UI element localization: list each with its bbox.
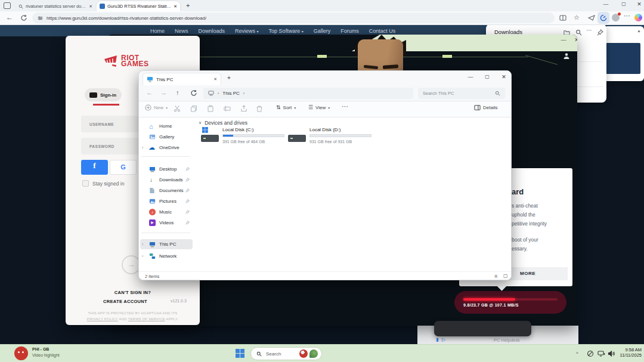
new-button[interactable]: New ▾ bbox=[145, 104, 168, 111]
drive-item-c[interactable]: Local Disk (C:) 391 GB free of 464 GB bbox=[201, 127, 286, 151]
search-icon[interactable] bbox=[495, 91, 500, 96]
collections-icon[interactable] bbox=[588, 14, 595, 21]
browser-refresh-icon[interactable] bbox=[20, 14, 27, 21]
thumbnail-view-toggle-icon[interactable]: ▢ bbox=[503, 273, 508, 279]
nav-forums[interactable]: Forums bbox=[340, 28, 359, 34]
search-downloads-icon[interactable] bbox=[575, 29, 582, 36]
signin-tab[interactable]: Sign-in bbox=[85, 88, 122, 101]
taskbar-clock[interactable]: 9:58 AM 11/11/2025 bbox=[615, 347, 642, 358]
sidebar-item-documents[interactable]: Documents bbox=[139, 185, 194, 196]
tab-close-icon[interactable]: ✕ bbox=[174, 4, 177, 9]
tray-chevron-up-icon[interactable]: ^ bbox=[576, 351, 578, 356]
sidebar-item-pictures[interactable]: Pictures bbox=[139, 196, 194, 206]
sort-button[interactable]: ⇅ Sort ▾ bbox=[276, 104, 296, 110]
sidebar-item-home[interactable]: ⌂ Home bbox=[139, 121, 194, 131]
tab-actions-icon[interactable] bbox=[4, 2, 11, 9]
delete-icon[interactable] bbox=[256, 105, 263, 112]
network-display-icon[interactable] bbox=[597, 350, 605, 357]
search-highlight-image[interactable] bbox=[299, 349, 308, 358]
volume-icon[interactable] bbox=[608, 350, 615, 357]
sidebar-item-gallery[interactable]: Gallery bbox=[139, 132, 194, 142]
breadcrumb[interactable]: › This PC › bbox=[203, 88, 413, 99]
window-maximize-button[interactable]: ▢ bbox=[618, 1, 630, 10]
new-tab-icon[interactable]: + bbox=[227, 75, 231, 81]
window-close-button[interactable]: ✕ bbox=[633, 1, 644, 10]
explorer-search-input[interactable]: Search This PC bbox=[418, 88, 505, 99]
media-play-icon[interactable]: ▷ bbox=[442, 337, 445, 342]
browser-tab-search[interactable]: rivatuner statistics server downlo... ✕ bbox=[16, 1, 95, 11]
maximize-button[interactable]: ▢ bbox=[482, 74, 492, 82]
cut-icon[interactable] bbox=[174, 105, 181, 112]
minimize-button[interactable]: — bbox=[466, 74, 475, 82]
facebook-login-button[interactable]: f bbox=[81, 160, 108, 175]
nav-reviews[interactable]: Reviews ▾ bbox=[235, 28, 259, 34]
search-highlight-image[interactable] bbox=[309, 349, 318, 358]
cant-sign-in-link[interactable]: CAN'T SIGN IN? bbox=[66, 290, 200, 295]
details-button[interactable]: Details bbox=[474, 104, 497, 111]
share-icon[interactable] bbox=[240, 105, 247, 112]
start-button[interactable] bbox=[235, 348, 245, 358]
downloads-arrow-icon: ↓ bbox=[150, 177, 153, 183]
nav-gallery[interactable]: Gallery bbox=[314, 28, 331, 34]
explorer-tab[interactable]: This PC ✕ bbox=[143, 73, 221, 85]
new-tab-icon[interactable]: + bbox=[186, 2, 190, 9]
notification-title[interactable]: PHI - GB bbox=[32, 347, 49, 351]
close-button[interactable]: ✕ bbox=[499, 74, 509, 82]
camera-off-icon[interactable] bbox=[587, 350, 594, 357]
rename-icon[interactable] bbox=[224, 105, 231, 112]
downloads-button[interactable] bbox=[597, 12, 609, 24]
stay-signed-in-checkbox[interactable] bbox=[82, 180, 89, 187]
split-screen-icon[interactable] bbox=[559, 14, 566, 21]
sidebar-item-desktop[interactable]: Desktop bbox=[139, 164, 194, 174]
copilot-icon[interactable] bbox=[634, 14, 642, 21]
nav-news[interactable]: News bbox=[175, 28, 188, 34]
sidebar-item-downloads[interactable]: ↓ Downloads bbox=[139, 175, 194, 185]
create-account-link[interactable]: CREATE ACCOUNT bbox=[78, 299, 173, 304]
browser-back-icon[interactable]: ← bbox=[6, 13, 13, 21]
window-minimize-button[interactable]: — bbox=[600, 1, 612, 10]
google-login-button[interactable]: G bbox=[110, 160, 137, 175]
browser-more-icon[interactable]: ⋯ bbox=[624, 12, 630, 20]
page-thumbnail[interactable] bbox=[606, 43, 640, 74]
nav-contact[interactable]: Contact Us bbox=[369, 28, 396, 34]
site-permissions-icon[interactable] bbox=[38, 16, 43, 21]
copy-icon[interactable] bbox=[190, 105, 197, 112]
sidebar-item-videos[interactable]: ▶ Videos bbox=[139, 218, 194, 228]
favorites-star-icon[interactable]: ☆ bbox=[574, 14, 580, 21]
tab-close-icon[interactable]: ✕ bbox=[213, 77, 217, 82]
profile-icon[interactable] bbox=[563, 52, 570, 60]
minimize-button[interactable]: — bbox=[559, 37, 568, 45]
sidebar-item-music[interactable]: ♪ Music bbox=[139, 207, 194, 217]
recorder-notification-icon[interactable] bbox=[14, 346, 28, 360]
forward-icon[interactable]: → bbox=[160, 89, 167, 96]
sidebar-item-network[interactable]: › Network bbox=[139, 251, 194, 261]
view-button[interactable]: ☰ View ▾ bbox=[308, 104, 330, 110]
taskbar-search-input[interactable]: Search bbox=[250, 347, 322, 360]
browser-tab-guru3d[interactable]: Guru3D RTSS Rivatuner Statistic... ✕ bbox=[97, 1, 180, 11]
paste-icon[interactable] bbox=[207, 105, 214, 112]
media-pause-icon[interactable]: ▮ bbox=[436, 337, 438, 342]
list-view-toggle-icon[interactable]: ≡ bbox=[494, 273, 497, 279]
devices-section-header[interactable]: ∨ Devices and drives bbox=[199, 120, 247, 126]
terms-link[interactable]: TERMS OF SERVICE bbox=[128, 317, 165, 321]
close-button[interactable]: ✕ bbox=[572, 37, 577, 45]
sidebar-item-this-pc[interactable]: › This PC bbox=[140, 239, 193, 249]
scroll-up-icon[interactable]: ▲ bbox=[637, 29, 641, 33]
tab-close-icon[interactable]: ✕ bbox=[89, 4, 92, 9]
nav-top-software[interactable]: Top Software ▾ bbox=[269, 28, 304, 34]
profile-avatar[interactable] bbox=[612, 14, 620, 21]
up-icon[interactable]: ↑ bbox=[176, 89, 179, 96]
downloads-pin-icon[interactable] bbox=[597, 29, 603, 36]
downloads-more-icon[interactable]: ⋯ bbox=[586, 27, 592, 33]
toolbar-more-icon[interactable]: ⋯ bbox=[342, 103, 348, 110]
browser-url-bar[interactable]: https://www.guru3d.com/download/rtss-riv… bbox=[32, 13, 555, 23]
privacy-policy-link[interactable]: PRIVACY POLICY bbox=[87, 317, 118, 321]
notification-subtitle[interactable]: Video highlight bbox=[32, 353, 60, 357]
helpdesk-link[interactable]: PC Helpdesk bbox=[494, 338, 520, 343]
refresh-icon[interactable] bbox=[190, 89, 197, 97]
sidebar-item-onedrive[interactable]: › ☁ OneDrive bbox=[139, 143, 194, 153]
nav-downloads[interactable]: Downloads bbox=[199, 28, 225, 34]
nav-home[interactable]: Home bbox=[150, 28, 165, 34]
drive-item-d[interactable]: Local Disk (D:) 931 GB free of 931 GB bbox=[288, 127, 373, 151]
back-icon[interactable]: ← bbox=[146, 89, 153, 96]
